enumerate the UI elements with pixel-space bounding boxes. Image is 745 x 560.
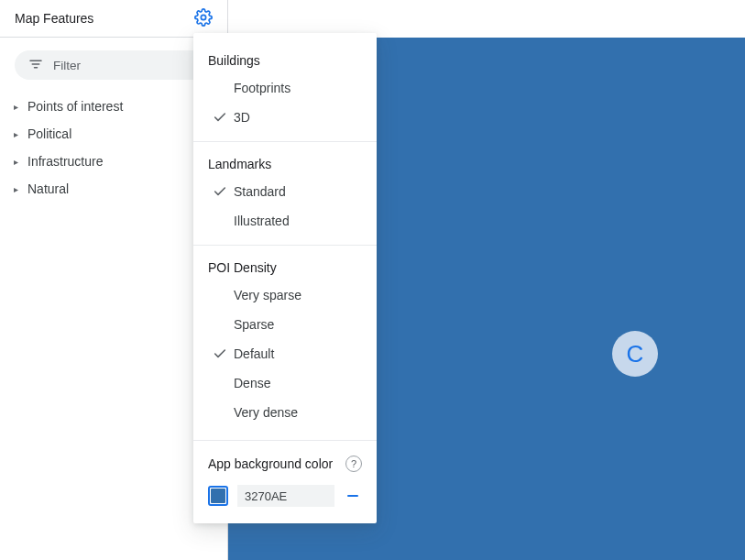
settings-option-label: 3D: [234, 110, 250, 125]
map-marker[interactable]: C: [612, 331, 658, 377]
settings-option-label: Standard: [234, 184, 286, 199]
filter-input[interactable]: Filter: [15, 50, 213, 80]
chevron-right-icon: ▸: [11, 102, 20, 112]
sidebar-header: Map Features: [0, 0, 227, 38]
sidebar-title: Map Features: [15, 11, 93, 26]
settings-popover: BuildingsFootprints3DLandmarksStandardIl…: [193, 33, 377, 523]
settings-option[interactable]: Standard: [193, 177, 377, 206]
settings-option-label: Dense: [234, 376, 270, 390]
settings-option[interactable]: Sparse: [193, 310, 377, 339]
settings-group: BuildingsFootprints3D: [193, 42, 377, 134]
settings-option[interactable]: Default: [193, 339, 377, 368]
tree-item-label: Points of interest: [27, 99, 123, 114]
settings-option[interactable]: Very sparse: [193, 280, 377, 310]
minus-icon: [347, 495, 358, 497]
tree-item-label: Natural: [27, 181, 69, 196]
settings-option[interactable]: 3D: [193, 103, 377, 132]
svg-point-0: [201, 15, 205, 19]
color-hex-input[interactable]: [237, 485, 334, 507]
settings-option-label: Very sparse: [234, 288, 301, 302]
settings-option-label: Illustrated: [234, 214, 290, 228]
settings-option[interactable]: Illustrated: [193, 206, 377, 236]
tree-item[interactable]: ▸Natural: [11, 175, 220, 203]
tree-item[interactable]: ▸Political: [11, 120, 220, 148]
check-icon: [210, 110, 230, 125]
settings-group: POI DensityVery sparseSparseDefaultDense…: [193, 245, 377, 429]
marker-letter: C: [627, 340, 644, 368]
gear-icon: [194, 8, 213, 29]
settings-option-label: Sparse: [234, 317, 274, 332]
tree-item-label: Political: [27, 126, 71, 141]
help-icon[interactable]: ?: [345, 456, 362, 472]
color-swatch[interactable]: [208, 486, 228, 506]
settings-option[interactable]: Very dense: [193, 398, 377, 427]
tree-item[interactable]: ▸Points of interest: [11, 93, 220, 120]
settings-group: LandmarksStandardIllustrated: [193, 141, 377, 237]
app-bg-color-section: App background color?: [193, 440, 377, 507]
tree-item-label: Infrastructure: [27, 154, 103, 169]
clear-color-button[interactable]: [344, 487, 362, 505]
settings-option[interactable]: Footprints: [193, 73, 377, 103]
settings-option[interactable]: Dense: [193, 368, 377, 398]
check-icon: [210, 184, 230, 199]
settings-option-label: Footprints: [234, 81, 290, 95]
check-icon: [210, 346, 230, 361]
filter-icon: [27, 56, 44, 75]
settings-group-title: Buildings: [193, 51, 377, 73]
filter-placeholder: Filter: [53, 59, 81, 72]
chevron-right-icon: ▸: [11, 129, 20, 139]
chevron-right-icon: ▸: [11, 157, 20, 167]
settings-button[interactable]: [191, 5, 216, 31]
settings-option-label: Default: [234, 346, 274, 361]
tree-item[interactable]: ▸Infrastructure: [11, 148, 220, 175]
settings-option-label: Very dense: [234, 405, 298, 420]
settings-group-title: Landmarks: [193, 155, 377, 177]
settings-group-title: POI Density: [193, 258, 377, 280]
app-bg-color-title: App background color: [208, 456, 333, 471]
chevron-right-icon: ▸: [11, 184, 20, 194]
